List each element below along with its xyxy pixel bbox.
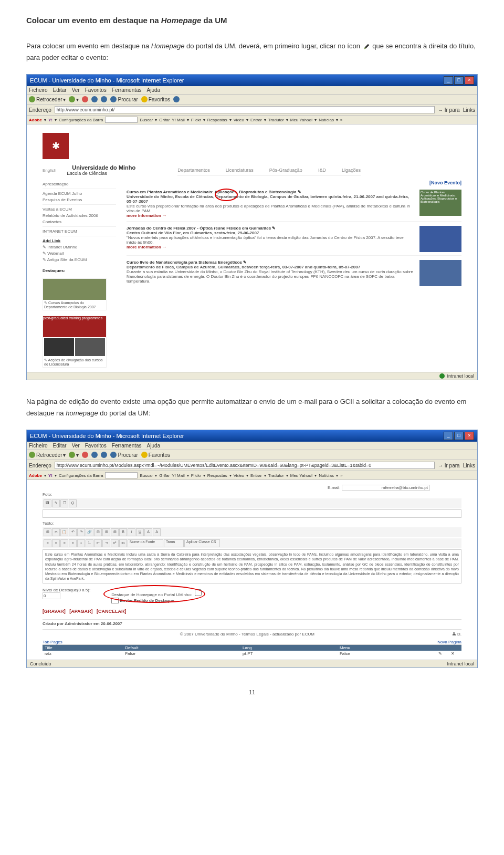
nivel-input[interactable]: 0: [43, 592, 60, 599]
nav-item[interactable]: Ligações: [342, 168, 361, 173]
yahoo-item[interactable]: Flickr: [191, 473, 201, 478]
history-button[interactable]: [173, 96, 180, 102]
cancelar-button[interactable]: [CANCELAR]: [97, 609, 127, 614]
menu-item[interactable]: Editar: [53, 443, 67, 449]
menu-item[interactable]: Ajuda: [147, 443, 161, 449]
menu-item[interactable]: Ficheiro: [29, 443, 48, 449]
rt-button[interactable]: I: [128, 528, 135, 536]
foto-input[interactable]: [43, 509, 461, 518]
yahoo-item[interactable]: Buscar: [140, 118, 153, 122]
event-title[interactable]: Curso em Plantas Aromáticas e Medicinais…: [127, 190, 414, 194]
menu-item[interactable]: Ajuda: [147, 87, 161, 93]
yahoo-item[interactable]: Tradutor: [268, 473, 284, 478]
sidebar-item[interactable]: Visitas à ECUM: [43, 207, 116, 212]
menu-item[interactable]: Ficheiro: [29, 87, 48, 93]
yahoo-item[interactable]: Tradutor: [268, 118, 284, 122]
refresh-button[interactable]: [91, 452, 98, 458]
yahoo-item[interactable]: Video: [234, 118, 244, 122]
nav-item[interactable]: Departamentos: [177, 168, 210, 173]
outdent-button[interactable]: ⇤: [94, 539, 102, 547]
yahoo-item[interactable]: Entrar: [250, 473, 262, 478]
yahoo-search-input[interactable]: [105, 117, 138, 123]
yahoo-item[interactable]: Y! Mail: [172, 118, 184, 122]
favorites-button[interactable]: Favoritos: [141, 452, 170, 458]
new-page-link[interactable]: Nova Página: [437, 640, 461, 644]
align-right-button[interactable]: ≡: [60, 539, 68, 547]
minimize-button[interactable]: _: [444, 432, 453, 440]
sup-button[interactable]: x²: [111, 539, 119, 547]
event-title[interactable]: Jornadas do Centro de Física 2007 - Ópti…: [127, 226, 414, 231]
forward-button[interactable]: ▾: [69, 452, 79, 458]
url-field[interactable]: http://www.ecum.uminho.pt/Modules.aspx?m…: [55, 462, 435, 469]
yahoo-item[interactable]: Notícias: [319, 118, 334, 122]
class-select[interactable]: Aplicar Classe CS: [184, 539, 220, 547]
rt-button[interactable]: A: [153, 528, 161, 536]
sidebar-link[interactable]: Intranet UMinho: [47, 245, 77, 249]
gravar-button[interactable]: [GRAVAR]: [43, 609, 66, 614]
stop-button[interactable]: [82, 452, 88, 458]
nav-item[interactable]: I&D: [318, 168, 326, 173]
yahoo-item[interactable]: Notícias: [319, 473, 334, 478]
home-button[interactable]: [101, 452, 107, 458]
nav-item[interactable]: Licenciaturas: [226, 168, 254, 173]
richtext-content[interactable]: Este curso em Plantas Aromáticas e Medic…: [43, 549, 461, 583]
maximize-button[interactable]: □: [454, 432, 464, 440]
go-button[interactable]: → Ir para: [438, 463, 460, 468]
size-select[interactable]: Tama: [164, 539, 184, 547]
english-link[interactable]: English: [43, 168, 56, 173]
nav-item[interactable]: Pós-Graduação: [269, 168, 302, 173]
yahoo-item[interactable]: Flickr: [191, 118, 201, 122]
apagar-button[interactable]: [APAGAR]: [69, 609, 92, 614]
sidebar-item[interactable]: Relatório de Actividades 2006: [43, 213, 116, 218]
rt-button[interactable]: ⊞: [111, 528, 119, 536]
forward-button[interactable]: ▾: [69, 96, 79, 102]
maximize-button[interactable]: □: [454, 76, 464, 85]
rt-button[interactable]: B: [119, 528, 127, 536]
rt-button[interactable]: ↶: [69, 528, 77, 536]
go-button[interactable]: → Ir para: [438, 107, 460, 113]
close-button[interactable]: ×: [465, 76, 474, 85]
sidebar-item[interactable]: Pesquisa de Eventos: [43, 197, 116, 202]
rt-button[interactable]: ✂: [52, 528, 60, 536]
font-select[interactable]: Nome da Fonte: [128, 539, 163, 547]
refresh-button[interactable]: [91, 96, 98, 102]
menu-item[interactable]: Ver: [72, 87, 80, 93]
email-input[interactable]: mferreira@bio.uminho.pt: [342, 485, 430, 491]
sidebar-link[interactable]: Antigo Site da ECUM: [47, 257, 87, 262]
yahoo-item[interactable]: Configurações da Barra: [59, 473, 103, 478]
yahoo-item[interactable]: Meu Yahoo!: [290, 473, 312, 478]
yahoo-search-input[interactable]: [105, 472, 138, 478]
delete-row-icon[interactable]: ✕: [449, 651, 461, 656]
rt-button[interactable]: A: [144, 528, 152, 536]
home-button[interactable]: [101, 96, 107, 102]
menu-item[interactable]: Editar: [53, 87, 67, 93]
back-button[interactable]: Retroceder ▾: [29, 96, 66, 102]
rt-button[interactable]: ⊞: [102, 528, 110, 536]
more-info-link[interactable]: more information →: [127, 213, 166, 218]
search-button[interactable]: Procurar: [110, 96, 138, 102]
yahoo-item[interactable]: Respostas: [207, 118, 227, 122]
menu-item[interactable]: Ferramentas: [112, 443, 142, 449]
list-button[interactable]: 1.: [86, 539, 93, 547]
yahoo-item[interactable]: Entrar: [250, 118, 262, 122]
rt-button[interactable]: ✎: [52, 499, 60, 507]
yahoo-item[interactable]: Grifar: [159, 473, 170, 478]
sidebar-item[interactable]: Apresentação: [43, 182, 116, 186]
new-event-link[interactable]: [Novo Evento]: [127, 180, 461, 185]
rt-button[interactable]: 🔗: [86, 528, 93, 536]
yahoo-item[interactable]: Buscar: [140, 473, 153, 478]
yahoo-item[interactable]: Video: [234, 473, 244, 478]
align-justify-button[interactable]: ≡: [69, 539, 77, 547]
menu-item[interactable]: Ferramentas: [112, 87, 142, 93]
more-info-link[interactable]: more information →: [127, 245, 166, 249]
stop-button[interactable]: [82, 96, 88, 102]
sidebar-item[interactable]: Agenda ECUM-Julho: [43, 191, 116, 196]
yahoo-item[interactable]: Meu Yahoo!: [290, 118, 312, 122]
sub-button[interactable]: x₂: [119, 539, 127, 547]
indent-button[interactable]: ⇥: [102, 539, 110, 547]
yahoo-item[interactable]: Respostas: [207, 473, 227, 478]
sidebar-link[interactable]: Webmail: [47, 251, 64, 256]
menu-item[interactable]: Favoritos: [85, 443, 107, 449]
yahoo-item[interactable]: Configurações da Barra: [59, 118, 103, 122]
list-button[interactable]: •: [77, 539, 85, 547]
